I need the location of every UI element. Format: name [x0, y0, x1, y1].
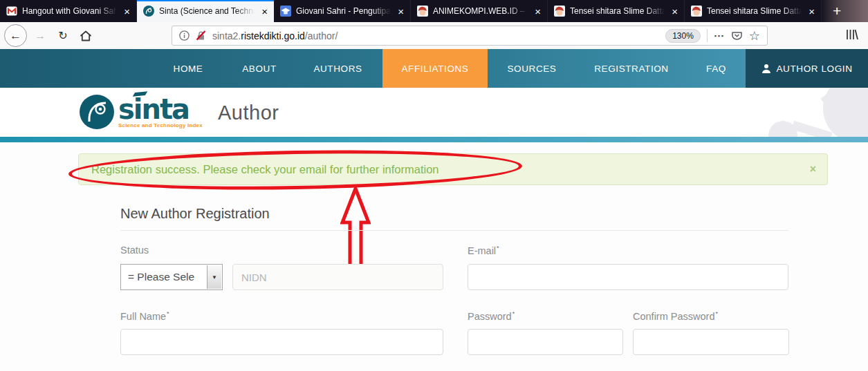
tab-title: Sinta (Science and Techno: [159, 6, 257, 16]
tab-close-icon[interactable]: ×: [535, 6, 541, 17]
required-marker: *: [513, 310, 515, 317]
author-login-label: AUTHOR LOGIN: [777, 64, 853, 74]
molecule-decoration: [757, 88, 868, 137]
tab-close-icon[interactable]: ×: [672, 6, 678, 17]
browser-tab[interactable]: Hangout with Giovani Sah ×: [0, 0, 137, 22]
forward-button[interactable]: →: [30, 26, 50, 46]
nav-item-about[interactable]: ABOUT: [225, 49, 293, 88]
tab-close-icon[interactable]: ×: [124, 6, 130, 17]
site-navbar: HOME ABOUT AUTHORS AFFILIATIONS SOURCES …: [0, 49, 868, 88]
red-arrow-annotation: [340, 187, 371, 271]
tab-close-icon[interactable]: ×: [398, 6, 404, 17]
anime-site-icon: [417, 6, 428, 17]
tab-title: ANIMEKOMPI.WEB.ID – T: [433, 6, 530, 16]
tab-title: Tensei shitara Slime Datta: [570, 6, 667, 16]
pocket-icon[interactable]: [731, 30, 743, 41]
address-bar[interactable]: sinta2.ristekdikti.go.id/author/ 130% ⋯ …: [172, 26, 768, 46]
new-tab-button[interactable]: +: [822, 1, 852, 21]
tab-title: Tensei shitara Slime Datta: [707, 6, 804, 16]
browser-tab[interactable]: Tensei shitara Slime Datta ×: [548, 0, 685, 22]
insecure-lock-icon[interactable]: [196, 30, 206, 41]
nav-item-faq[interactable]: FAQ: [687, 49, 746, 88]
browser-tab[interactable]: ANIMEKOMPI.WEB.ID – T ×: [411, 0, 548, 22]
page-header: sinta Science and Technology Index Autho…: [0, 88, 868, 137]
nav-item-authors[interactable]: AUTHORS: [293, 49, 382, 88]
browser-tab[interactable]: Giovani Sahri - Pengutipan ×: [274, 0, 411, 22]
google-scholar-icon: [280, 6, 291, 17]
navbar-spacer: [0, 49, 151, 88]
library-icon: [845, 29, 858, 40]
urlbar-divider: [707, 29, 708, 42]
browser-tab-bar: Hangout with Giovani Sah × Sinta (Scienc…: [0, 0, 868, 22]
required-marker: *: [715, 310, 718, 317]
required-marker: *: [497, 245, 499, 251]
alert-close-icon[interactable]: ×: [810, 154, 816, 184]
nav-item-registration[interactable]: REGISTRATION: [576, 49, 687, 88]
fullname-input[interactable]: [120, 329, 443, 355]
success-alert: Registration success. Please check your …: [78, 153, 828, 185]
sinta-logo-icon: [80, 95, 114, 129]
nidn-input[interactable]: [232, 264, 443, 290]
back-button[interactable]: ←: [4, 24, 27, 47]
confirm-password-input[interactable]: [633, 329, 789, 355]
url-subdomain: sinta2.: [212, 30, 241, 41]
confirm-password-label: Confirm Password*: [633, 310, 718, 322]
browser-toolbar: ← → ↻ sinta2.ristekdikti.go.id/author/ 1…: [0, 22, 868, 49]
required-marker: *: [167, 310, 169, 317]
page-title: Author: [218, 101, 279, 124]
gmail-icon: [6, 6, 17, 17]
nav-item-sources[interactable]: SOURCES: [488, 49, 576, 88]
main-content: Registration success. Please check your …: [0, 142, 868, 371]
sinta-logo[interactable]: sinta Science and Technology Index: [80, 95, 203, 129]
url-path: /author/: [305, 30, 338, 41]
form-title: New Author Registration: [120, 206, 270, 222]
success-alert-message: Registration success. Please check your …: [91, 154, 439, 184]
password-input[interactable]: [468, 329, 623, 355]
anime-site-icon: [554, 6, 565, 17]
tab-title: Giovani Sahri - Pengutipan: [296, 6, 393, 16]
home-icon: [80, 30, 92, 41]
reload-button[interactable]: ↻: [53, 26, 73, 46]
fullname-label: Full Name*: [120, 310, 169, 322]
chevron-down-icon[interactable]: ▼: [207, 265, 221, 289]
tab-close-icon[interactable]: ×: [809, 6, 815, 17]
tab-close-icon[interactable]: ×: [261, 6, 268, 17]
anime-site-icon: [691, 6, 702, 17]
bookmark-star-icon[interactable]: ☆: [749, 28, 760, 44]
tab-bar-end: +: [822, 0, 868, 22]
logo-text: sinta: [118, 95, 203, 124]
nav-item-affiliations-active[interactable]: AFFILIATIONS: [382, 49, 488, 88]
status-label: Status: [120, 245, 149, 256]
page-info-icon[interactable]: [179, 30, 190, 41]
url-domain: ristekdikti.go.id: [241, 30, 305, 41]
header-divider-bar: [0, 137, 868, 142]
sinta-favicon-icon: [143, 6, 154, 17]
browser-tab[interactable]: Tensei shitara Slime Datta ×: [685, 0, 822, 22]
library-button[interactable]: [845, 29, 858, 43]
page-actions-icon[interactable]: ⋯: [714, 30, 725, 42]
url-text: sinta2.ristekdikti.go.id/author/: [212, 30, 338, 41]
browser-tab-active[interactable]: Sinta (Science and Techno ×: [137, 0, 274, 22]
zoom-level-button[interactable]: 130%: [665, 29, 701, 43]
author-login-button[interactable]: AUTHOR LOGIN: [746, 49, 868, 88]
logo-tagline: Science and Technology Index: [118, 122, 203, 129]
form-divider: [120, 230, 788, 231]
user-icon: [761, 64, 771, 73]
email-label: E-mail*: [468, 245, 499, 256]
email-input[interactable]: [468, 264, 788, 290]
password-label: Password*: [468, 310, 515, 322]
nav-item-home[interactable]: HOME: [151, 49, 225, 88]
status-select[interactable]: = Please Sele ▼: [120, 264, 223, 290]
logo-wordmark: sinta Science and Technology Index: [118, 95, 203, 129]
status-select-value: = Please Sele: [121, 265, 206, 289]
home-button[interactable]: [76, 26, 95, 46]
tab-title: Hangout with Giovani Sah: [22, 6, 119, 16]
